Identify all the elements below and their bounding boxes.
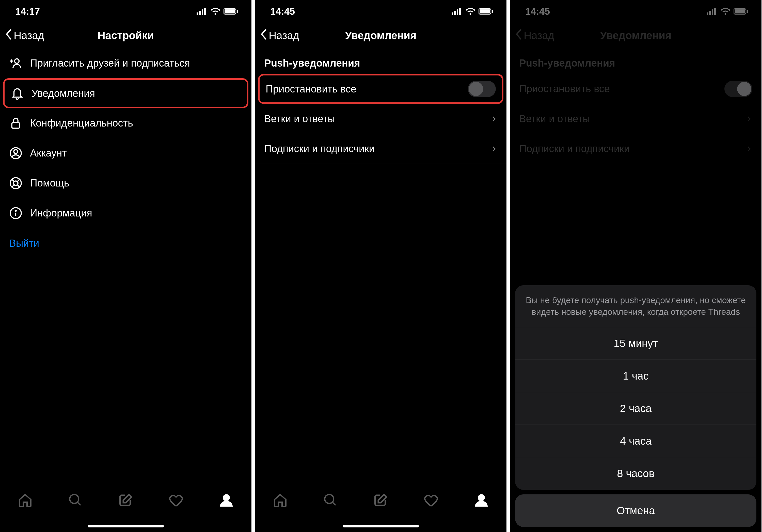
search-icon [323, 493, 338, 509]
tab-profile[interactable] [217, 492, 235, 510]
notifications-list: Приостановить все Ветки и ответы Подписк… [255, 74, 506, 164]
home-icon [272, 493, 288, 509]
sheet-cancel-button[interactable]: Отмена [515, 494, 756, 527]
settings-row-account[interactable]: Аккаунт [0, 138, 252, 168]
row-label: Конфиденциальность [30, 117, 242, 129]
chevron-left-icon [5, 29, 12, 42]
svg-rect-33 [492, 10, 493, 13]
svg-point-4 [215, 13, 216, 15]
tab-search[interactable] [67, 492, 84, 510]
sheet-option-2hr[interactable]: 2 часа [515, 392, 756, 425]
home-icon [18, 493, 33, 509]
tab-profile[interactable] [473, 492, 490, 510]
row-follows[interactable]: Подписки и подписчики [255, 134, 506, 164]
status-bar: 14:17 [0, 0, 252, 23]
svg-rect-7 [237, 10, 238, 13]
life-ring-icon [9, 177, 22, 190]
svg-point-8 [15, 59, 19, 63]
row-label: Приостановить все [266, 83, 460, 95]
svg-line-19 [18, 185, 20, 187]
nav-header: Назад Настройки [0, 23, 252, 48]
lock-icon [9, 116, 22, 130]
settings-row-notifications[interactable]: Уведомления [3, 78, 248, 108]
settings-row-info[interactable]: Информация [0, 198, 252, 228]
svg-point-25 [223, 495, 229, 501]
compose-icon [373, 493, 388, 509]
row-threads-replies[interactable]: Ветки и ответы [255, 104, 506, 134]
svg-rect-0 [196, 13, 198, 15]
settings-row-help[interactable]: Помощь [0, 168, 252, 198]
svg-rect-26 [452, 13, 453, 15]
svg-point-22 [15, 210, 16, 211]
svg-point-34 [325, 494, 334, 503]
svg-line-17 [18, 179, 20, 182]
screen-pause-sheet: 14:45 Назад Уведомления Push-уведомления… [510, 0, 761, 532]
sheet-options-block: Вы не будете получать push-уведомления, … [515, 285, 756, 490]
svg-line-35 [333, 502, 336, 505]
row-label: Аккаунт [30, 147, 242, 159]
bell-icon [11, 87, 24, 100]
back-button[interactable]: Назад [260, 29, 299, 42]
screen-settings: 14:17 Назад Настройки Пригласи [0, 0, 252, 532]
sheet-option-1hr[interactable]: 1 час [515, 360, 756, 392]
svg-point-15 [14, 181, 18, 185]
heart-icon [168, 493, 184, 509]
sheet-option-8hr[interactable]: 8 часов [515, 457, 756, 490]
settings-list: Пригласить друзей и подписаться Уведомле… [0, 48, 252, 258]
search-icon [68, 493, 83, 509]
row-label: Помощь [30, 177, 242, 189]
status-time: 14:45 [270, 6, 295, 17]
svg-rect-1 [199, 11, 201, 15]
chevron-right-icon [491, 146, 497, 152]
svg-rect-28 [457, 9, 458, 15]
pause-toggle[interactable] [468, 81, 496, 97]
row-label: Пригласить друзей и подписаться [30, 57, 242, 69]
chevron-left-icon [260, 29, 267, 42]
status-icons [196, 8, 239, 15]
row-label: Информация [30, 207, 242, 219]
back-button[interactable]: Назад [5, 29, 44, 42]
cellular-icon [452, 8, 462, 15]
tab-compose[interactable] [372, 492, 390, 510]
tab-home[interactable] [271, 492, 289, 510]
svg-rect-11 [12, 122, 20, 128]
svg-rect-2 [202, 9, 203, 15]
tab-activity[interactable] [167, 492, 185, 510]
settings-row-invite[interactable]: Пригласить друзей и подписаться [0, 48, 252, 78]
logout-button[interactable]: Выйти [0, 228, 252, 258]
battery-icon [223, 8, 239, 15]
status-icons [452, 8, 494, 15]
toggle-knob [469, 82, 483, 96]
svg-point-30 [470, 13, 471, 15]
row-label: Подписки и подписчики [264, 143, 483, 154]
cellular-icon [196, 8, 207, 15]
status-bar: 14:45 [255, 0, 506, 23]
page-title: Настройки [98, 30, 154, 42]
svg-line-18 [12, 185, 14, 187]
chevron-right-icon [491, 115, 497, 122]
nav-header: Назад Уведомления [255, 23, 506, 48]
tab-activity[interactable] [422, 492, 440, 510]
tab-compose[interactable] [117, 492, 135, 510]
status-time: 14:17 [15, 6, 40, 17]
sheet-description: Вы не будете получать push-уведомления, … [515, 285, 756, 327]
tab-home[interactable] [16, 492, 34, 510]
invite-icon [9, 57, 22, 70]
svg-point-13 [14, 149, 18, 153]
sheet-option-4hr[interactable]: 4 часа [515, 425, 756, 457]
row-pause-all[interactable]: Приостановить все [258, 74, 503, 104]
row-label: Ветки и ответы [264, 113, 483, 124]
heart-icon [423, 493, 439, 509]
tab-search[interactable] [322, 492, 339, 510]
action-sheet: Вы не будете получать push-уведомления, … [515, 285, 756, 527]
sheet-option-15min[interactable]: 15 минут [515, 327, 756, 360]
person-circle-icon [9, 147, 22, 160]
compose-icon [118, 493, 133, 509]
svg-point-14 [10, 178, 21, 189]
tab-bar [0, 486, 252, 532]
svg-rect-3 [204, 8, 206, 15]
settings-row-privacy[interactable]: Конфиденциальность [0, 108, 252, 138]
home-indicator [343, 525, 419, 527]
home-indicator [88, 525, 164, 527]
info-icon [9, 206, 22, 220]
